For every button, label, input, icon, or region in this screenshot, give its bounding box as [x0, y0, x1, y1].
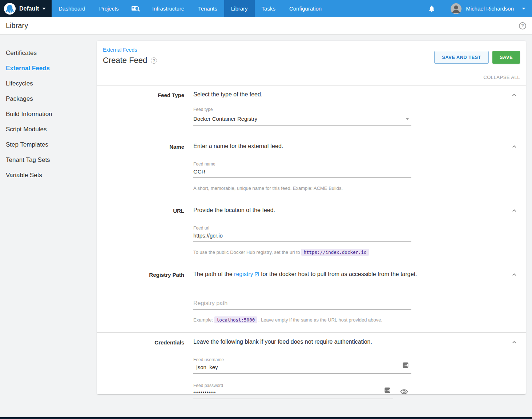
bind-variable-icon [403, 362, 408, 368]
nav-item-configuration[interactable]: Configuration [282, 0, 329, 17]
section-credentials: Credentials Leave the following blank if… [97, 332, 526, 414]
main-area: External Feeds Create Feed ? SAVE AND TE… [97, 35, 532, 417]
sidebar-item-lifecycles[interactable]: Lifecycles [0, 76, 97, 91]
notifications-button[interactable] [428, 5, 435, 12]
footer-strip [0, 417, 532, 419]
feed-username-field-label: Feed username [193, 357, 411, 362]
sidebar: Certificates External Feeds Lifecycles P… [0, 35, 97, 417]
section-label: URL [97, 207, 184, 215]
docker-hub-url-code: https://index.docker.io [301, 249, 368, 256]
bell-icon [428, 5, 435, 12]
section-label: Feed Type [97, 91, 184, 100]
create-feed-card: External Feeds Create Feed ? SAVE AND TE… [97, 41, 526, 394]
project-search-icon [131, 5, 140, 13]
area-title: Library [6, 21, 28, 30]
collapse-section-button[interactable] [511, 271, 517, 279]
sidebar-item-tenant-tag-sets[interactable]: Tenant Tag Sets [0, 152, 97, 168]
bind-variable-button[interactable] [403, 362, 408, 370]
feed-type-value: Docker Container Registry [193, 116, 257, 122]
dropdown-caret-icon [406, 118, 409, 120]
save-and-test-button[interactable]: SAVE AND TEST [434, 51, 489, 64]
section-label: Credentials [97, 339, 184, 347]
section-description: The path of the registry for the docker … [193, 271, 493, 279]
chevron-down-icon [522, 8, 525, 9]
feed-name-helper: A short, memorable, unique name for this… [193, 185, 493, 191]
sidebar-item-certificates[interactable]: Certificates [0, 45, 97, 61]
section-registry-path: Registry Path The path of the registry f… [97, 265, 526, 332]
feed-url-field-label: Feed url [193, 226, 411, 231]
eye-icon [400, 387, 408, 396]
section-label: Name [97, 143, 184, 151]
breadcrumb[interactable]: External Feeds [103, 47, 137, 53]
show-password-button[interactable] [400, 387, 408, 398]
nav-item-projects[interactable]: Projects [92, 0, 126, 17]
collapse-section-button[interactable] [511, 339, 517, 347]
nav-item-tasks[interactable]: Tasks [255, 0, 282, 17]
user-name: Michael Richardson [466, 5, 514, 12]
sidebar-item-step-templates[interactable]: Step Templates [0, 137, 97, 152]
feed-password-field-label: Feed password [193, 383, 393, 388]
save-button[interactable]: SAVE [492, 51, 520, 64]
feed-url-helper: To use the public Docker Hub registry, s… [193, 250, 493, 255]
sidebar-item-build-information[interactable]: Build Information [0, 107, 97, 122]
sidebar-item-variable-sets[interactable]: Variable Sets [0, 168, 97, 183]
title-help-icon[interactable]: ? [151, 57, 157, 64]
external-link-icon [254, 272, 259, 277]
user-menu[interactable]: Michael Richardson [451, 3, 525, 14]
content: Certificates External Feeds Lifecycles P… [0, 35, 532, 417]
localhost-code: localhost:5000 [214, 316, 257, 323]
section-url: URL Provide the location of the feed. Fe… [97, 201, 526, 265]
section-description: Provide the location of the feed. [193, 207, 493, 215]
chevron-up-icon [511, 92, 517, 98]
registry-link[interactable]: registry [234, 271, 259, 277]
space-switcher[interactable]: Default [0, 0, 52, 17]
feed-type-select[interactable]: Feed type Docker Container Registry [193, 107, 411, 125]
help-icon[interactable]: ? [519, 22, 526, 29]
feed-username-input[interactable] [193, 362, 411, 374]
octopus-logo-icon [4, 3, 16, 15]
chevron-up-icon [511, 207, 517, 214]
feed-type-field-label: Feed type [193, 107, 411, 112]
top-nav: Default Dashboard Projects Infrastructur… [0, 0, 532, 17]
bind-variable-button[interactable] [384, 387, 390, 395]
sidebar-item-external-feeds[interactable]: External Feeds [0, 61, 97, 76]
collapse-section-button[interactable] [511, 143, 517, 151]
sidebar-item-packages[interactable]: Packages [0, 91, 97, 107]
feed-url-input[interactable] [193, 231, 411, 242]
collapse-section-button[interactable] [511, 207, 517, 215]
chevron-up-icon [511, 339, 517, 346]
nav-item-dashboard[interactable]: Dashboard [52, 0, 92, 17]
page-header: Library ? [0, 17, 532, 35]
sidebar-item-script-modules[interactable]: Script Modules [0, 122, 97, 137]
section-description: Select the type of the feed. [193, 91, 493, 100]
chevron-down-icon [42, 8, 46, 10]
section-description: Leave the following blank if your feed d… [193, 339, 493, 347]
page-title: Create Feed [103, 56, 147, 65]
bind-variable-icon [384, 387, 390, 393]
feed-password-input[interactable] [193, 388, 393, 399]
nav-item-infrastructure[interactable]: Infrastructure [145, 0, 191, 17]
section-label: Registry Path [97, 271, 184, 279]
topnav-right: Michael Richardson [428, 0, 532, 17]
registry-path-helper: Example: localhost:5000 . Leave empty if… [193, 317, 493, 323]
section-description: Enter a name for the external feed. [193, 143, 493, 151]
nav-item-tenants[interactable]: Tenants [191, 0, 224, 17]
collapse-all-button[interactable]: COLLAPSE ALL [483, 75, 520, 80]
nav-items: Dashboard Projects Infrastructure Tenant… [52, 0, 329, 17]
registry-path-input[interactable] [193, 298, 411, 310]
feed-name-field-label: Feed name [193, 161, 411, 167]
section-name: Name Enter a name for the external feed.… [97, 137, 526, 201]
chevron-up-icon [511, 271, 517, 278]
user-avatar [451, 3, 462, 14]
feed-name-input[interactable] [193, 167, 411, 178]
card-head: External Feeds Create Feed ? SAVE AND TE… [97, 41, 526, 65]
collapse-section-button[interactable] [511, 91, 517, 100]
project-search-button[interactable] [126, 0, 145, 17]
chevron-up-icon [511, 143, 517, 150]
nav-item-library[interactable]: Library [224, 0, 255, 17]
space-name: Default [19, 5, 39, 12]
section-feed-type: Feed Type Select the type of the feed. F… [97, 85, 526, 137]
